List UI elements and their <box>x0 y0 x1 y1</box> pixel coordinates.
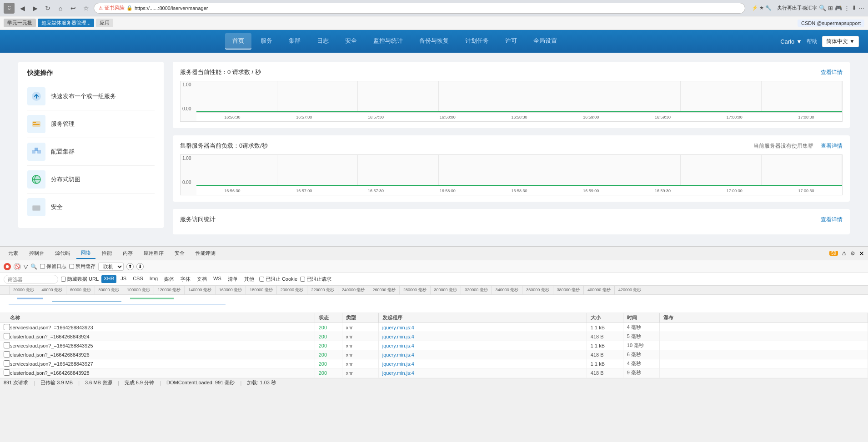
nav-lang-selector[interactable]: 简体中文 ▼ <box>822 36 859 47</box>
devtools-tab-perf-insights[interactable]: 性能评测 <box>191 248 220 258</box>
menu-icon[interactable]: ⋮ <box>844 5 850 11</box>
blocked-request-label[interactable]: 已阻止请求 <box>300 276 331 283</box>
apps-icon[interactable]: ⊞ <box>828 5 833 11</box>
action-distributed-tile[interactable]: 分布式切图 <box>27 166 155 194</box>
cluster-chart-col-6 <box>600 155 681 186</box>
row-check-col <box>0 342 6 349</box>
nav-item-home[interactable]: 首页 <box>225 33 251 50</box>
download-icon[interactable]: ⬇ <box>852 5 857 11</box>
filter-tag-js[interactable]: JS <box>118 275 129 283</box>
table-row[interactable]: servicesload.json?_=1664268843925 200 xh… <box>0 341 868 350</box>
devtools-filter-row: 隐藏数据 URL XHR JS CSS Img 媒体 字体 文档 WS 清单 其… <box>0 273 868 286</box>
filter-tag-ws[interactable]: WS <box>211 275 224 283</box>
y-max: 1.00 <box>182 82 195 87</box>
nav-back-button[interactable]: ◀ <box>17 3 27 13</box>
disable-cache-checkbox-label[interactable]: 禁用缓存 <box>69 263 95 270</box>
nav-undo-button[interactable]: ↩ <box>68 3 78 13</box>
nav-item-tasks[interactable]: 计划任务 <box>458 33 496 50</box>
disable-cache-checkbox[interactable] <box>69 264 74 269</box>
td-initiator-1[interactable]: jquery.min.js:4 <box>379 332 587 341</box>
action-cluster-config[interactable]: 配置集群 <box>27 138 155 166</box>
close-devtools-icon[interactable]: ✕ <box>859 250 864 257</box>
export-button[interactable]: ⬇ <box>136 263 144 270</box>
td-initiator-0[interactable]: jquery.min.js:4 <box>379 323 587 332</box>
toolbar-tab-2[interactable]: 超应媒体服务器管理... <box>38 19 94 27</box>
preserve-log-checkbox-label[interactable]: 保留日志 <box>40 263 66 270</box>
nav-item-log[interactable]: 日志 <box>310 33 336 50</box>
nav-item-services[interactable]: 服务 <box>253 33 280 50</box>
filter-tag-css[interactable]: CSS <box>130 275 146 283</box>
svg-rect-3 <box>33 124 40 125</box>
nav-item-global-settings[interactable]: 全局设置 <box>526 33 564 50</box>
blocked-cookie-checkbox[interactable] <box>259 277 264 282</box>
preserve-log-checkbox[interactable] <box>40 264 45 269</box>
devtools-tab-network[interactable]: 网络 <box>76 248 95 259</box>
devtools-tab-console[interactable]: 控制台 <box>25 248 49 258</box>
hide-data-urls-checkbox[interactable] <box>61 277 66 282</box>
address-bar[interactable]: ⚠ 证书风险 🔒 https://......:8000/iserver/man… <box>94 3 745 14</box>
devtools-tab-sources[interactable]: 源代码 <box>50 248 75 258</box>
ruler-360k: 360000 毫秒 <box>522 286 553 294</box>
td-initiator-5[interactable]: jquery.min.js:4 <box>379 368 587 377</box>
filter-tag-doc[interactable]: 文档 <box>195 275 209 283</box>
network-rows-container: servicesload.json?_=1664268843923 200 xh… <box>0 323 868 378</box>
action-security[interactable]: 安全 <box>27 194 155 221</box>
blocked-request-checkbox[interactable] <box>300 277 305 282</box>
td-initiator-3[interactable]: jquery.min.js:4 <box>379 350 587 359</box>
nav-item-license[interactable]: 许可 <box>498 33 524 50</box>
filter-tag-img[interactable]: Img <box>147 275 160 283</box>
record-button[interactable]: ⏺ <box>4 263 11 270</box>
table-row[interactable]: clusterload.json?_=1664268843924 200 xhr… <box>0 332 868 341</box>
throttle-selector[interactable]: 联机 <box>98 263 124 271</box>
nav-item-backup[interactable]: 备份与恢复 <box>412 33 456 50</box>
nav-help[interactable]: 帮助 <box>807 38 818 45</box>
td-initiator-4[interactable]: jquery.min.js:4 <box>379 359 587 368</box>
ruler-160k: 160000 毫秒 <box>216 286 246 294</box>
filter-tag-other[interactable]: 其他 <box>242 275 256 283</box>
cluster-perf-detail-link[interactable]: 查看详情 <box>821 142 843 150</box>
td-initiator-2[interactable]: jquery.min.js:4 <box>379 341 587 350</box>
devtools-tab-elements[interactable]: 元素 <box>4 248 23 258</box>
server-perf-detail-link[interactable]: 查看详情 <box>821 69 843 76</box>
action-publish[interactable]: 快速发布一个或一组服务 <box>27 83 155 110</box>
nav-refresh-button[interactable]: ↻ <box>43 3 53 13</box>
table-row[interactable]: clusterload.json?_=1664268843928 200 xhr… <box>0 368 868 377</box>
toolbar-tab-1[interactable]: 学元一元批 <box>4 19 36 27</box>
more-icon[interactable]: ⋯ <box>858 5 864 11</box>
action-service-manage[interactable]: 服务管理 <box>27 110 155 138</box>
filter-tag-xhr[interactable]: XHR <box>101 275 116 283</box>
filter-tag-font[interactable]: 字体 <box>178 275 193 283</box>
game-icon[interactable]: 🎮 <box>835 5 842 11</box>
filter-tag-media[interactable]: 媒体 <box>162 275 176 283</box>
nav-item-cluster[interactable]: 集群 <box>281 33 308 50</box>
network-filter-input[interactable] <box>4 275 58 284</box>
nav-home-button[interactable]: ⌂ <box>55 3 65 13</box>
nav-item-monitor[interactable]: 监控与统计 <box>366 33 410 50</box>
nav-item-security[interactable]: 安全 <box>338 33 364 50</box>
nav-star-button[interactable]: ☆ <box>81 3 91 13</box>
devtools-tab-performance[interactable]: 性能 <box>97 248 116 258</box>
filter-icon[interactable]: ▽ <box>24 263 28 270</box>
search-network-icon[interactable]: 🔍 <box>30 263 37 270</box>
nav-forward-button[interactable]: ▶ <box>30 3 40 13</box>
hide-data-urls-label[interactable]: 隐藏数据 URL <box>61 276 99 283</box>
header-name: 名称 <box>6 313 315 323</box>
main-content: 快捷操作 快速发布一个或一组服务 <box>18 62 850 237</box>
import-button[interactable]: ⬆ <box>126 263 134 270</box>
settings-icon[interactable]: ⚙ <box>850 250 855 257</box>
devtools-tab-security[interactable]: 安全 <box>170 248 189 258</box>
clear-button[interactable]: 🚫 <box>14 263 21 270</box>
table-row[interactable]: servicesload.json?_=1664268843927 200 xh… <box>0 359 868 368</box>
toolbar-tab-csdn[interactable]: CSDN @supermapsupport <box>798 20 864 27</box>
access-stats-detail-link[interactable]: 查看详情 <box>821 216 843 223</box>
table-row[interactable]: clusterload.json?_=1664268843926 200 xhr… <box>0 350 868 359</box>
table-row[interactable]: servicesload.json?_=1664268843923 200 xh… <box>0 323 868 332</box>
nav-user[interactable]: Carlo ▼ <box>780 38 802 45</box>
devtools-tab-application[interactable]: 应用程序 <box>139 248 168 258</box>
search-icon[interactable]: 🔍 <box>819 5 826 11</box>
blocked-cookie-label[interactable]: 已阻止 Cookie <box>259 276 297 283</box>
cl-time-6: 16:59:00 <box>583 189 599 193</box>
filter-tag-manifest[interactable]: 清单 <box>226 275 240 283</box>
devtools-tab-memory[interactable]: 内存 <box>118 248 137 258</box>
toolbar-tab-3[interactable]: 应用 <box>96 19 113 27</box>
